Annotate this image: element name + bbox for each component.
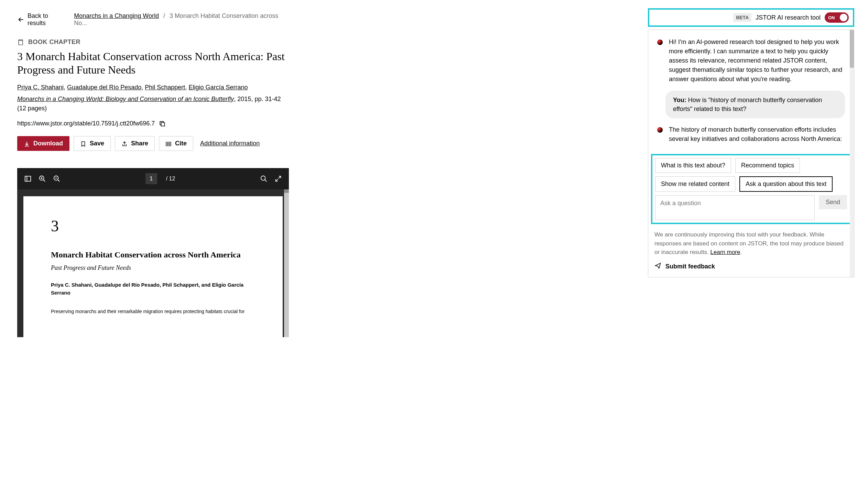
suggestion-ask-button[interactable]: Ask a question about this text: [739, 176, 833, 192]
download-label: Download: [33, 140, 63, 147]
ai-reply-message: The history of monarch butterfly conserv…: [657, 125, 845, 144]
download-icon: [24, 140, 30, 147]
zoom-in-icon[interactable]: [39, 175, 46, 183]
author-link[interactable]: Guadalupe del Río Pesado: [67, 84, 141, 91]
ai-avatar-icon: [657, 40, 663, 45]
beta-badge: BETA: [733, 13, 751, 22]
author-link[interactable]: Priya C. Shahani: [17, 84, 64, 91]
chat-scrollbar-thumb[interactable]: [850, 30, 854, 68]
chat-scrollbar[interactable]: [850, 30, 854, 277]
pdf-chapter-number: 3: [51, 217, 255, 235]
ai-chat-panel: Hi! I'm an AI-powered research tool desi…: [648, 30, 854, 277]
save-button[interactable]: Save: [74, 136, 111, 151]
suggestion-topics-button[interactable]: Recommend topics: [735, 158, 800, 173]
ai-avatar-icon: [657, 127, 663, 133]
feedback-label: Submit feedback: [665, 263, 715, 270]
user-message-text: How is "history of monarch butterfly con…: [673, 97, 822, 112]
cite-icon: [165, 140, 172, 147]
share-icon: [121, 140, 128, 147]
ai-tool-header-highlight: BETA JSTOR AI research tool ON: [648, 8, 854, 27]
arrow-left-icon: [17, 16, 25, 23]
back-to-results-link[interactable]: Back to results: [17, 12, 67, 27]
ai-reply-text: The history of monarch butterfly conserv…: [669, 125, 845, 144]
toggle-sidebar-icon[interactable]: [24, 175, 32, 183]
cite-button[interactable]: Cite: [159, 136, 193, 151]
cite-label: Cite: [175, 140, 187, 147]
pdf-scrollbar-thumb[interactable]: [284, 189, 289, 193]
paper-plane-icon: [654, 262, 661, 271]
fullscreen-icon[interactable]: [274, 175, 282, 183]
ai-disclaimer: We are continuously improving this tool …: [648, 228, 854, 261]
ask-question-input[interactable]: [655, 195, 815, 220]
page-total: / 12: [166, 176, 175, 182]
ai-tool-label: JSTOR AI research tool: [756, 14, 821, 21]
page-number-input[interactable]: [145, 173, 157, 184]
share-button[interactable]: Share: [115, 136, 155, 151]
pdf-chapter-authors: Priya C. Shahani, Guadalupe del Río Pesa…: [51, 281, 255, 297]
ai-intro-message: Hi! I'm an AI-powered research tool desi…: [657, 37, 845, 84]
zoom-out-icon[interactable]: [53, 175, 61, 183]
author-link[interactable]: Phil Schappert: [145, 84, 185, 91]
suggestion-about-button[interactable]: What is this text about?: [655, 158, 731, 173]
ai-input-area-highlight: What is this text about? Recommend topic…: [651, 154, 851, 224]
toggle-knob: [840, 14, 847, 21]
ai-intro-text: Hi! I'm an AI-powered research tool desi…: [669, 37, 845, 84]
disclaimer-text: We are continuously improving this tool …: [654, 231, 844, 255]
breadcrumb-parent-link[interactable]: Monarchs in a Changing World: [74, 12, 159, 19]
search-icon[interactable]: [260, 175, 268, 183]
pdf-chapter-title: Monarch Habitat Conservation across Nort…: [51, 250, 255, 259]
source-line: Monarchs in a Changing World: Biology an…: [17, 95, 289, 113]
breadcrumb: Monarchs in a Changing World / 3 Monarch…: [74, 12, 289, 27]
book-icon: [17, 38, 24, 46]
breadcrumb-separator: /: [163, 12, 165, 19]
copy-icon[interactable]: [159, 120, 166, 127]
download-button[interactable]: Download: [17, 136, 69, 151]
pdf-scrollbar[interactable]: [284, 189, 289, 337]
suggestion-related-button[interactable]: Show me related content: [655, 176, 735, 192]
back-label: Back to results: [28, 12, 67, 27]
share-label: Share: [131, 140, 148, 147]
svg-rect-1: [161, 123, 165, 126]
ai-tool-toggle[interactable]: ON: [825, 12, 849, 23]
bookmark-icon: [80, 140, 86, 147]
authors-list: Priya C. Shahani, Guadalupe del Río Pesa…: [17, 84, 289, 91]
svg-point-6: [261, 176, 265, 180]
content-type-label: BOOK CHAPTER: [28, 38, 80, 46]
learn-more-link[interactable]: Learn more: [710, 249, 740, 255]
user-label: You:: [673, 97, 686, 103]
pdf-chapter-subtitle: Past Progress and Future Needs: [51, 264, 255, 272]
item-title: 3 Monarch Habitat Conservation across No…: [17, 50, 289, 76]
save-label: Save: [90, 140, 104, 147]
stable-url: https://www.jstor.org/stable/10.7591/j.c…: [17, 120, 155, 127]
submit-feedback-link[interactable]: Submit feedback: [648, 261, 854, 277]
additional-info-link[interactable]: Additional information: [200, 140, 260, 147]
svg-rect-2: [166, 142, 171, 146]
svg-rect-3: [25, 176, 31, 181]
pdf-viewer: / 12 3 Monarch Habitat Conservation acro…: [17, 168, 289, 337]
send-button[interactable]: Send: [819, 195, 847, 209]
pdf-body-preview: Preserving monarchs and their remarkable…: [51, 308, 255, 314]
pdf-page[interactable]: 3 Monarch Habitat Conservation across No…: [23, 196, 283, 337]
user-message: You: How is "history of monarch butterfl…: [665, 91, 845, 118]
toggle-state-label: ON: [828, 15, 835, 20]
source-book-link[interactable]: Monarchs in a Changing World: Biology an…: [17, 96, 234, 102]
author-link[interactable]: Eligio García Serrano: [188, 84, 248, 91]
